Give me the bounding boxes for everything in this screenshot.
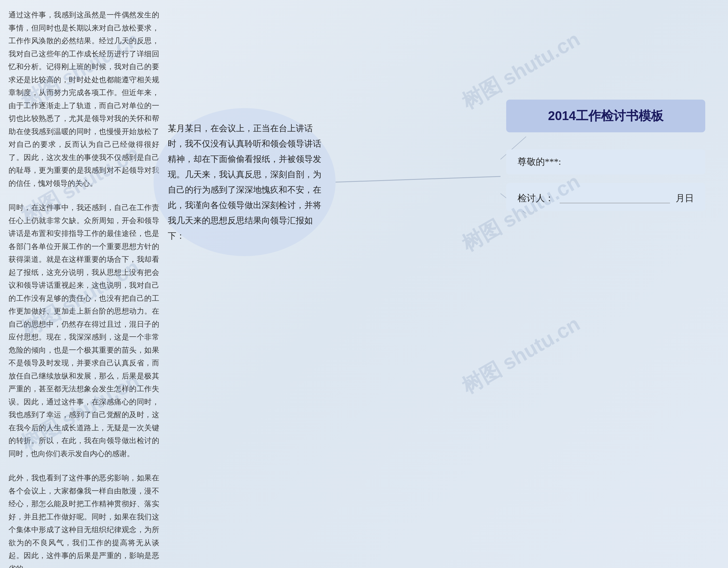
center-bubble: 某月某日，在会议上，正当在台上讲话时，我不仅没有认真聆听和领会领导讲话精神，却在… (154, 108, 336, 256)
page: 树图 shutu.cn 树图 shutu.cn 树图 shutu.cn 树图 s… (0, 0, 728, 568)
date-label: 月日 (676, 192, 694, 204)
reviewer-line: 检讨人： 月日 (518, 192, 694, 204)
text-block-2: 同时，在这件事中，我还感到，自己在工作责任心上仍就非常欠缺。众所周知，开会和领导… (9, 201, 159, 460)
reviewer-date (560, 194, 670, 203)
right-section: 2014工作检讨书模板 尊敬的***: 检讨人： 月日 (506, 100, 705, 219)
recipient-label: 尊敬的***: (518, 156, 694, 168)
left-content-area: 通过这件事，我感到这虽然是一件偶然发生的事情，但同时也是长期以来对自己放松要求，… (9, 9, 159, 568)
reviewer-label: 检讨人： (518, 192, 554, 204)
center-bubble-text: 某月某日，在会议上，正当在台上讲话时，我不仅没有认真聆听和领会领导讲话精神，却在… (168, 121, 321, 243)
info-box-recipient: 尊敬的***: (506, 149, 705, 174)
text-block-3: 此外，我也看到了这件事的恶劣影响，如果在各个会议上，大家都像我一样自由散漫，漫不… (9, 472, 159, 568)
watermark-7: 树图 shutu.cn (457, 310, 585, 400)
main-title-box: 2014工作检讨书模板 (506, 100, 705, 132)
info-box-reviewer: 检讨人： 月日 (506, 183, 705, 211)
main-title: 2014工作检讨书模板 (548, 109, 663, 123)
text-block-1: 通过这件事，我感到这虽然是一件偶然发生的事情，但同时也是长期以来对自己放松要求，… (9, 9, 159, 190)
